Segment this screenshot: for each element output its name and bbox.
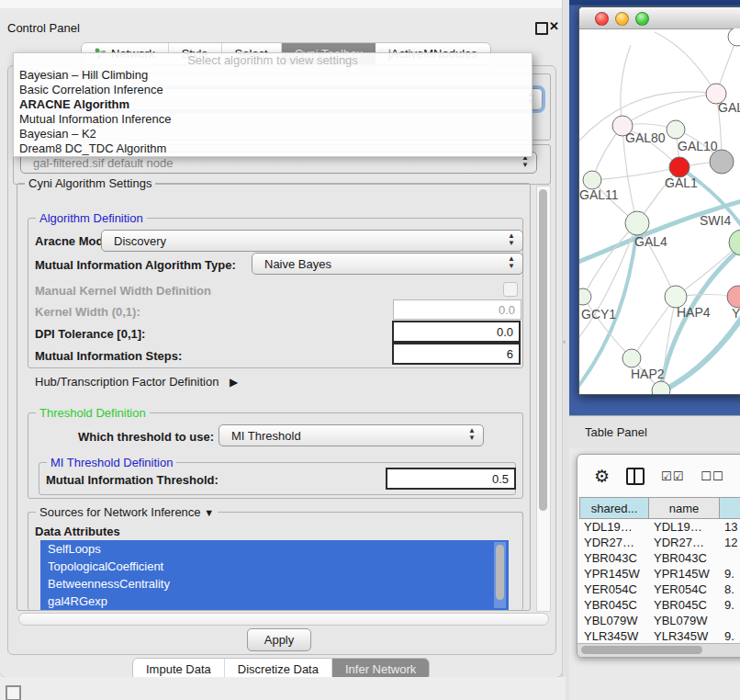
- status-strip: [0, 677, 566, 700]
- table-row[interactable]: YDL19…YDL19…13: [579, 519, 740, 535]
- table-cell: YER054C: [579, 581, 649, 597]
- column-header-name[interactable]: name: [649, 497, 720, 519]
- attribute-item-betweennesscentrality[interactable]: BetweennessCentrality: [40, 575, 509, 593]
- column-header-shared[interactable]: shared...: [579, 497, 649, 519]
- which-threshold-combobox[interactable]: MI Threshold ▲▼: [219, 424, 484, 446]
- table-cell: YDL19…: [579, 519, 649, 535]
- data-attributes-label: Data Attributes: [35, 525, 120, 538]
- network-node-label: GAL10: [678, 139, 718, 153]
- network-node-gcy1[interactable]: [579, 288, 591, 305]
- table-cell: YDR27…: [579, 535, 649, 550]
- table-horizontal-scrollbar[interactable]: [577, 643, 740, 657]
- gear-icon[interactable]: ⚙: [594, 468, 610, 485]
- dpi-tolerance-field[interactable]: 0.0: [392, 321, 521, 343]
- node-table-window: ⚙ ☑☑ ☐☐ shared...nameAYDL19…YDL19…13YDR2…: [577, 454, 740, 658]
- network-node-gal4[interactable]: [625, 211, 649, 235]
- popup-item-bayesian-k2[interactable]: Bayesian – K2: [14, 127, 532, 141]
- cyni-algorithm-settings-title: Cyni Algorithm Settings: [25, 176, 155, 190]
- column-header-A[interactable]: A: [720, 497, 740, 519]
- popup-item-dream8-dc-tdc-algorithm[interactable]: Dream8 DC_TDC Algorithm: [14, 141, 532, 156]
- settings-horizontal-scrollbar[interactable]: [18, 613, 549, 626]
- table-panel-title: Table Panel: [585, 425, 647, 439]
- zoom-traffic-light[interactable]: [635, 12, 649, 26]
- network-view-window: GALGAL80GAL10GAL1GAL11GAL4SWI4GCY1HAP4YH…: [578, 6, 740, 395]
- table-cell: YDL19…: [649, 519, 720, 535]
- network-node-swi4[interactable]: [729, 230, 740, 255]
- table-row[interactable]: YBR043CYBR043C: [579, 550, 740, 566]
- table-cell: YPR145W: [579, 566, 649, 581]
- popup-item-aracne-algorithm[interactable]: ARACNE Algorithm: [14, 97, 532, 112]
- attribute-item-selfloops[interactable]: SelfLoops: [40, 540, 509, 558]
- network-node-gal10[interactable]: [667, 120, 685, 139]
- network-canvas[interactable]: GALGAL80GAL10GAL1GAL11GAL4SWI4GCY1HAP4YH…: [579, 28, 740, 394]
- kernel-width-field[interactable]: 0.0: [393, 299, 521, 320]
- dpi-tolerance-label: DPI Tolerance [0,1]:: [35, 327, 145, 341]
- network-node-hap2[interactable]: [622, 349, 641, 367]
- network-node-label: Y: [732, 306, 740, 321]
- popup-item-mutual-information-inference[interactable]: Mutual Information Inference: [14, 112, 532, 127]
- table-row[interactable]: YDR27…YDR27…12: [579, 535, 740, 550]
- deselect-all-icon[interactable]: ☐☐: [701, 469, 723, 483]
- data-attributes-list: SelfLoopsTopologicalCoefficientBetweenne…: [40, 540, 509, 610]
- network-node[interactable]: [728, 28, 740, 46]
- control-panel-title: Control Panel: [7, 21, 80, 35]
- mi-steps-field[interactable]: 6: [392, 343, 521, 365]
- table-cell: YER054C: [649, 581, 720, 597]
- table-row[interactable]: YBR045CYBR045C9.: [579, 597, 740, 613]
- network-node-label: GAL: [718, 100, 740, 115]
- minimized-panel-icon[interactable]: [6, 685, 21, 700]
- network-node-label: HAP4: [677, 305, 711, 320]
- threshold-definition-title: Threshold Definition: [36, 406, 150, 420]
- mi-steps-label: Mutual Information Steps:: [35, 349, 182, 363]
- select-all-icon[interactable]: ☑☑: [661, 469, 684, 483]
- kernel-width-label: Kernel Width (0,1):: [35, 305, 140, 319]
- hub-definition-toggle[interactable]: Hub/Transcription Factor Definition ▶: [35, 375, 238, 389]
- popup-item-bayesian-hill-climbing[interactable]: Bayesian – Hill Climbing: [14, 68, 532, 83]
- network-node-label: HAP2: [631, 367, 665, 381]
- network-edge: [622, 94, 716, 126]
- apply-button[interactable]: Apply: [247, 628, 311, 651]
- network-edge: [621, 45, 631, 126]
- table-row[interactable]: YLR345WYLR345W9.: [579, 628, 740, 644]
- network-node[interactable]: [710, 150, 734, 174]
- attribute-item-topologicalcoefficient[interactable]: TopologicalCoefficient: [40, 558, 509, 575]
- hub-definition-label: Hub/Transcription Factor Definition: [35, 375, 219, 389]
- split-pane-icon[interactable]: [626, 468, 645, 485]
- table-panel-header: Table Panel: [569, 415, 740, 448]
- table-row[interactable]: YPR145WYPR145W9.: [579, 566, 740, 581]
- attribute-list-scrollbar[interactable]: [494, 542, 506, 608]
- aracne-mode-combobox[interactable]: Discovery ▲▼: [101, 230, 523, 252]
- table-panel-body: ⚙ ☑☑ ☐☐ shared...nameAYDL19…YDL19…13YDR2…: [569, 448, 740, 700]
- manual-kernel-width-checkbox[interactable]: [503, 282, 518, 297]
- network-edge: [655, 32, 716, 94]
- network-window-titlebar[interactable]: [579, 7, 740, 29]
- network-node-y[interactable]: [727, 286, 740, 308]
- table-cell: 9.: [720, 628, 740, 644]
- divider-handle-icon[interactable]: ‹: [563, 338, 567, 346]
- close-traffic-light[interactable]: [595, 12, 609, 26]
- network-node-gal11[interactable]: [583, 171, 601, 189]
- mi-algorithm-type-value: Naive Bayes: [264, 257, 331, 271]
- popup-item-basic-correlation-inference[interactable]: Basic Correlation Inference: [14, 83, 532, 97]
- table-cell: [720, 613, 740, 628]
- network-node-label: GAL11: [579, 187, 619, 202]
- table-cell: YBR043C: [649, 550, 720, 566]
- mi-threshold-label: Mutual Information Threshold:: [46, 473, 219, 487]
- mi-algorithm-type-combobox[interactable]: Naive Bayes ▲▼: [252, 253, 523, 275]
- table-row[interactable]: YER054CYER054C8.: [579, 581, 740, 597]
- mi-algorithm-type-label: Mutual Information Algorithm Type:: [35, 258, 236, 272]
- mi-threshold-field[interactable]: 0.5: [386, 468, 516, 490]
- table-row[interactable]: YBL079WYBL079W: [579, 613, 740, 628]
- settings-vertical-scrollbar[interactable]: [536, 186, 551, 612]
- network-node-label: GCY1: [581, 307, 616, 322]
- table-cell: YBL079W: [649, 613, 720, 628]
- network-node-label: GAL4: [634, 234, 667, 249]
- table-cell: 8.: [720, 581, 740, 597]
- minimize-traffic-light[interactable]: [615, 12, 629, 26]
- attribute-item-gal4rgexp[interactable]: gal4RGexp: [40, 593, 509, 610]
- float-window-icon[interactable]: [535, 22, 548, 35]
- table-source-value: gal-filtered.sif default node: [33, 156, 173, 170]
- close-icon[interactable]: ✕: [549, 19, 559, 33]
- network-node-label: SWI4: [700, 213, 731, 228]
- network-node-gal1[interactable]: [669, 157, 690, 177]
